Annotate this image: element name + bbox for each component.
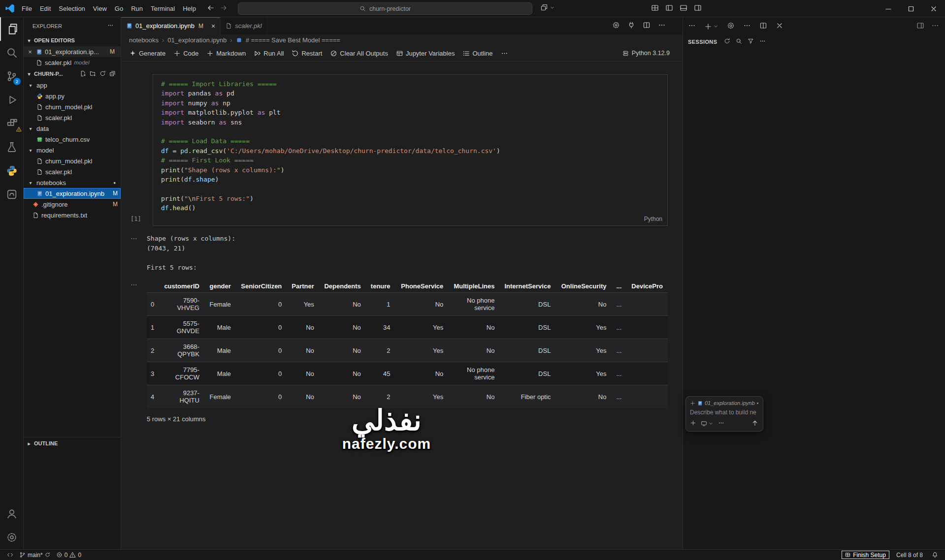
close-icon[interactable]: × <box>211 22 215 30</box>
tree-folder-model[interactable]: ▾model <box>24 145 121 156</box>
cell-language-picker[interactable]: Python <box>644 216 662 222</box>
panel-ellipsis-icon[interactable] <box>931 22 939 31</box>
tree-file-01-exploration-ipynb[interactable]: 01_exploration.ipynb M <box>24 188 121 199</box>
tree-file-telco-churn-csv[interactable]: telco_churn.csv <box>24 134 121 145</box>
tab-01-exploration-ipynb[interactable]: 01_exploration.ipynb M × <box>121 17 221 34</box>
activitybar-python-environments[interactable] <box>0 183 23 206</box>
menu-edit[interactable]: Edit <box>36 5 55 12</box>
activitybar-run-and-debug[interactable] <box>0 88 23 112</box>
activitybar-python[interactable] <box>0 159 23 183</box>
panel-more-icon[interactable] <box>688 22 696 31</box>
toolbar-code[interactable]: Code <box>169 47 202 60</box>
activitybar-source-control[interactable]: 2 <box>0 64 23 88</box>
sessions-settings-icon[interactable] <box>727 22 735 31</box>
menu-selection[interactable]: Selection <box>55 5 89 12</box>
breadcrumb-item-1[interactable]: 01_exploration.ipynb <box>167 36 227 44</box>
menu-help[interactable]: Help <box>179 5 200 12</box>
close-icon[interactable]: × <box>27 48 33 56</box>
split-editor-icon[interactable] <box>643 21 651 31</box>
maximize-button[interactable] <box>900 0 922 17</box>
activitybar-extensions[interactable] <box>0 112 23 135</box>
activitybar-explorer[interactable] <box>0 17 23 41</box>
breadcrumb-item-2[interactable]: # ===== Save Best Model ===== <box>246 36 340 44</box>
cell-indicator[interactable]: Cell 8 of 8 <box>894 550 925 560</box>
menu-go[interactable]: Go <box>111 5 127 12</box>
tree-folder-data[interactable]: ▾data <box>24 123 121 134</box>
toolbar-clear-all-outputs[interactable]: Clear All Outputs <box>326 47 392 60</box>
notifications-bell-icon[interactable] <box>930 550 940 560</box>
tab-scaler-pkl[interactable]: scaler.pkl <box>221 17 267 34</box>
refresh-explorer-icon[interactable] <box>99 70 106 78</box>
panel-layout-icon[interactable] <box>916 22 924 31</box>
activitybar-testing[interactable] <box>0 135 23 159</box>
tree-file-app-py[interactable]: app.py <box>24 91 121 101</box>
toolbar-markdown[interactable]: Markdown <box>202 47 250 60</box>
refresh-sessions-icon[interactable] <box>724 38 730 46</box>
plus-icon[interactable] <box>690 401 695 406</box>
new-folder-icon[interactable] <box>90 70 96 78</box>
tree-file-scaler-pkl[interactable]: scaler.pkl <box>24 166 121 177</box>
toggle-panel-icon[interactable] <box>680 4 687 13</box>
menu-file[interactable]: File <box>18 5 36 12</box>
tree-folder-app[interactable]: ▾app <box>24 80 121 91</box>
toolbar-outline[interactable]: Outline <box>458 47 496 60</box>
kernel-plug-icon[interactable] <box>627 21 635 31</box>
close-window-button[interactable] <box>922 0 945 17</box>
toolbar-more[interactable] <box>497 47 512 60</box>
toolbar-restart[interactable]: Restart <box>288 47 326 60</box>
views-more-icon[interactable] <box>107 22 114 30</box>
new-file-icon[interactable] <box>80 70 86 78</box>
outline-header[interactable]: ▸ OUTLINE <box>24 437 121 449</box>
kernel-picker[interactable]: Python 3.12.9 <box>622 50 679 57</box>
model-picker-icon[interactable] <box>701 420 714 427</box>
notebook-scroll-area[interactable]: # ===== Import Libraries =====import pan… <box>121 62 683 549</box>
editor-more-icon[interactable] <box>658 21 666 31</box>
remote-indicator[interactable] <box>5 550 15 560</box>
toggle-secondary-sidebar-icon[interactable] <box>694 4 702 13</box>
menu-view[interactable]: View <box>89 5 111 12</box>
activitybar-search[interactable] <box>0 41 23 64</box>
menu-terminal[interactable]: Terminal <box>147 5 179 12</box>
project-header[interactable]: ▾ CHURN-P... <box>24 68 121 80</box>
notebook-settings-icon[interactable] <box>612 21 620 31</box>
output-collapse-icon[interactable]: ⋯ <box>130 234 138 242</box>
tree-file-churn-model-pkl[interactable]: churn_model.pkl <box>24 101 121 112</box>
search-sessions-icon[interactable] <box>736 38 742 46</box>
collapse-folders-icon[interactable] <box>109 70 116 78</box>
back-button[interactable] <box>207 4 215 13</box>
command-center-search[interactable]: churn-predictor <box>238 2 532 15</box>
tree-file-scaler-pkl[interactable]: scaler.pkl <box>24 112 121 123</box>
open-editor-scaler-pkl[interactable]: scaler.pkl model <box>24 57 121 68</box>
tree-file-requirements-txt[interactable]: requirements.txt <box>24 210 121 220</box>
activitybar-accounts[interactable] <box>0 502 23 526</box>
split-panel-icon[interactable] <box>759 22 767 31</box>
toolbar-generate[interactable]: Generate <box>125 47 169 60</box>
send-icon[interactable] <box>751 419 759 428</box>
window-switcher-dropdown[interactable] <box>540 3 555 11</box>
close-panel-icon[interactable] <box>776 22 783 31</box>
tree-file-churn-model-pkl[interactable]: churn_model.pkl <box>24 156 121 166</box>
sessions-overflow-icon[interactable] <box>759 38 766 46</box>
toolbar-run-all[interactable]: Run All <box>250 47 288 60</box>
tree-file-gitignore[interactable]: .gitignore M <box>24 199 121 210</box>
git-branch-item[interactable]: main* <box>17 550 52 560</box>
activitybar-settings[interactable] <box>0 526 23 549</box>
toolbar-jupyter-variables[interactable]: Jupyter Variables <box>392 47 458 60</box>
menu-run[interactable]: Run <box>127 5 147 12</box>
filter-sessions-icon[interactable] <box>748 38 754 46</box>
notebook-code-cell[interactable]: # ===== Import Libraries =====import pan… <box>153 74 668 226</box>
breadcrumb-item-0[interactable]: notebooks <box>129 36 159 44</box>
minimize-button[interactable] <box>877 0 900 17</box>
chat-input[interactable]: Describe what to build ne <box>690 409 759 416</box>
sessions-more-icon[interactable] <box>743 22 751 31</box>
copilot-chat-widget[interactable]: 01_exploration.ipynb • Describe what to … <box>685 396 763 432</box>
problems-item[interactable]: 0 0 <box>54 550 83 560</box>
forward-button[interactable] <box>220 4 228 13</box>
chat-more-icon[interactable] <box>718 420 724 428</box>
open-editors-header[interactable]: ▾ OPEN EDITORS <box>24 34 121 46</box>
open-editor-01-exploration-ip[interactable]: × 01_exploration.ip... M <box>24 46 121 57</box>
output-collapse-icon[interactable]: ⋯ <box>130 280 138 288</box>
finish-setup-button[interactable]: Finish Setup <box>842 551 889 559</box>
new-session-button[interactable] <box>704 23 718 31</box>
tree-folder-notebooks[interactable]: ▾notebooks ● <box>24 177 121 188</box>
